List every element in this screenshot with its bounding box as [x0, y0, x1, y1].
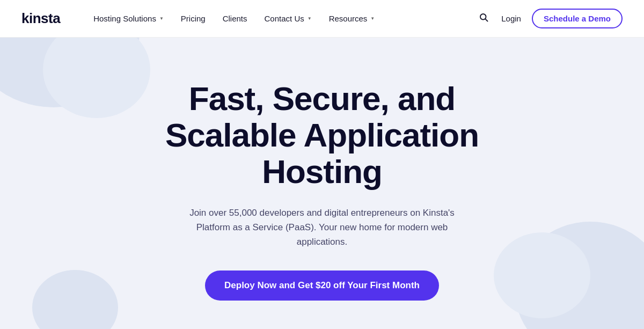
hero-subtitle: Join over 55,000 developers and digital … — [182, 206, 462, 250]
logo-text: kinsta — [21, 10, 60, 27]
nav-links: Hosting Solutions ▼ Pricing Clients Cont… — [87, 11, 477, 26]
navbar: kinsta Hosting Solutions ▼ Pricing Clien… — [0, 0, 644, 38]
deploy-now-button[interactable]: Deploy Now and Get $20 off Your First Mo… — [205, 270, 439, 301]
chevron-down-icon: ▼ — [308, 16, 312, 21]
nav-right: Login Schedule a Demo — [477, 9, 623, 28]
login-link[interactable]: Login — [501, 14, 521, 23]
chevron-down-icon: ▼ — [159, 16, 164, 21]
nav-hosting-solutions[interactable]: Hosting Solutions ▼ — [87, 11, 170, 26]
nav-pricing[interactable]: Pricing — [174, 11, 212, 26]
chevron-down-icon: ▼ — [370, 16, 375, 21]
nav-resources[interactable]: Resources ▼ — [323, 11, 382, 26]
nav-clients[interactable]: Clients — [216, 11, 254, 26]
schedule-demo-button[interactable]: Schedule a Demo — [532, 9, 623, 28]
search-icon[interactable] — [477, 10, 491, 27]
nav-contact-us[interactable]: Contact Us ▼ — [258, 11, 318, 26]
hero-section: Fast, Secure, and Scalable Application H… — [0, 38, 644, 329]
svg-line-1 — [486, 19, 488, 21]
hero-title: Fast, Secure, and Scalable Application H… — [134, 81, 510, 191]
site-logo[interactable]: kinsta — [21, 10, 60, 27]
